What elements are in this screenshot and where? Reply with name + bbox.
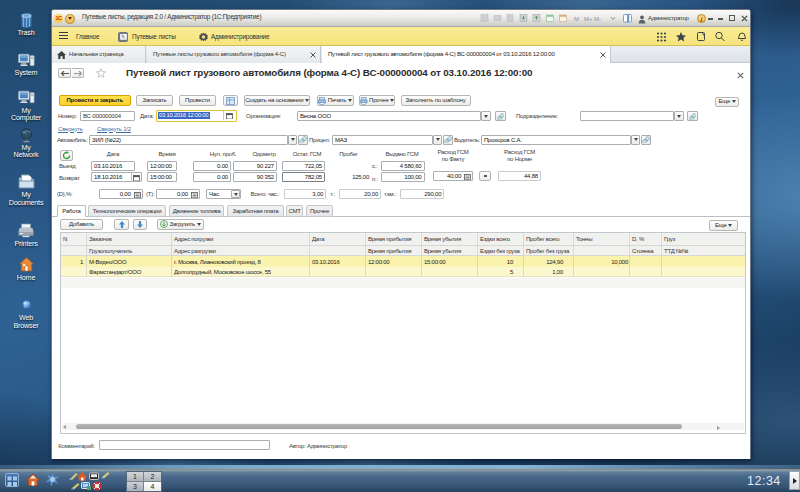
svg-text:М-: М-: [594, 16, 601, 22]
svg-text:М+: М+: [584, 16, 593, 22]
svg-text:М: М: [574, 16, 579, 22]
